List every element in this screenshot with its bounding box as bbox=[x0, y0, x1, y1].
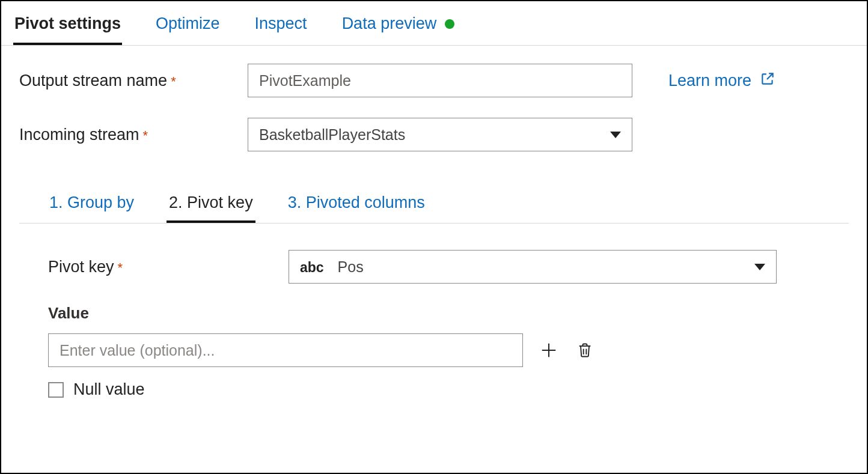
row-incoming-stream: Incoming stream * BasketballPlayerStats bbox=[19, 118, 849, 151]
required-indicator: * bbox=[143, 128, 148, 144]
value-row bbox=[48, 333, 831, 367]
row-output-stream: Output stream name * Learn more bbox=[19, 64, 849, 97]
delete-value-button[interactable] bbox=[575, 340, 595, 360]
select-value: Pos bbox=[338, 258, 364, 275]
learn-more-label: Learn more bbox=[668, 71, 751, 90]
label-pivot-key: Pivot key * bbox=[48, 258, 289, 276]
value-input[interactable] bbox=[48, 333, 523, 367]
value-heading: Value bbox=[48, 304, 831, 323]
form-area: Output stream name * Learn more Incoming… bbox=[1, 46, 867, 399]
label-output-stream: Output stream name * bbox=[19, 71, 248, 90]
tab-pivot-settings[interactable]: Pivot settings bbox=[13, 10, 122, 45]
step-tab-strip: 1. Group by 2. Pivot key 3. Pivoted colu… bbox=[19, 172, 849, 223]
step-tab-label: 3. Pivoted columns bbox=[288, 193, 425, 211]
tab-data-preview[interactable]: Data preview bbox=[341, 10, 456, 45]
tab-inspect[interactable]: Inspect bbox=[254, 10, 308, 45]
label-incoming-stream: Incoming stream * bbox=[19, 126, 248, 144]
pivot-key-section: Pivot key * abc Pos Value bbox=[19, 223, 849, 399]
status-ok-icon bbox=[445, 19, 454, 29]
tab-label: Data preview bbox=[342, 13, 437, 34]
caret-down-icon bbox=[610, 132, 621, 138]
incoming-stream-select[interactable]: BasketballPlayerStats bbox=[248, 118, 632, 151]
select-value: BasketballPlayerStats bbox=[259, 126, 405, 144]
step-tab-label: 2. Pivot key bbox=[169, 193, 253, 211]
app-frame: Pivot settings Optimize Inspect Data pre… bbox=[0, 0, 868, 474]
label-text: Incoming stream bbox=[19, 126, 139, 144]
row-pivot-key: Pivot key * abc Pos bbox=[48, 250, 831, 284]
plus-icon bbox=[540, 341, 558, 359]
label-text: Output stream name bbox=[19, 71, 167, 90]
step-tab-pivoted-columns[interactable]: 3. Pivoted columns bbox=[286, 190, 427, 223]
null-value-row: Null value bbox=[48, 380, 831, 399]
required-indicator: * bbox=[118, 260, 123, 276]
pivot-key-select[interactable]: abc Pos bbox=[289, 250, 777, 284]
step-tab-label: 1. Group by bbox=[49, 193, 134, 211]
step-tab-group-by[interactable]: 1. Group by bbox=[47, 190, 136, 223]
learn-more-link[interactable]: Learn more bbox=[668, 71, 775, 91]
null-value-checkbox[interactable] bbox=[48, 382, 64, 398]
column-type-icon: abc bbox=[300, 260, 324, 275]
tab-label: Optimize bbox=[156, 13, 220, 34]
output-stream-name-input[interactable] bbox=[248, 64, 632, 97]
add-value-button[interactable] bbox=[539, 340, 559, 360]
caret-down-icon bbox=[754, 264, 765, 270]
trash-icon bbox=[576, 341, 593, 359]
top-tab-strip: Pivot settings Optimize Inspect Data pre… bbox=[1, 1, 867, 46]
step-tab-pivot-key[interactable]: 2. Pivot key bbox=[167, 190, 255, 223]
external-link-icon bbox=[760, 71, 775, 91]
null-value-label: Null value bbox=[73, 380, 145, 399]
required-indicator: * bbox=[171, 74, 176, 90]
tab-label: Inspect bbox=[255, 13, 307, 34]
label-text: Pivot key bbox=[48, 258, 114, 276]
tab-label: Pivot settings bbox=[14, 13, 121, 34]
tab-optimize[interactable]: Optimize bbox=[154, 10, 221, 45]
